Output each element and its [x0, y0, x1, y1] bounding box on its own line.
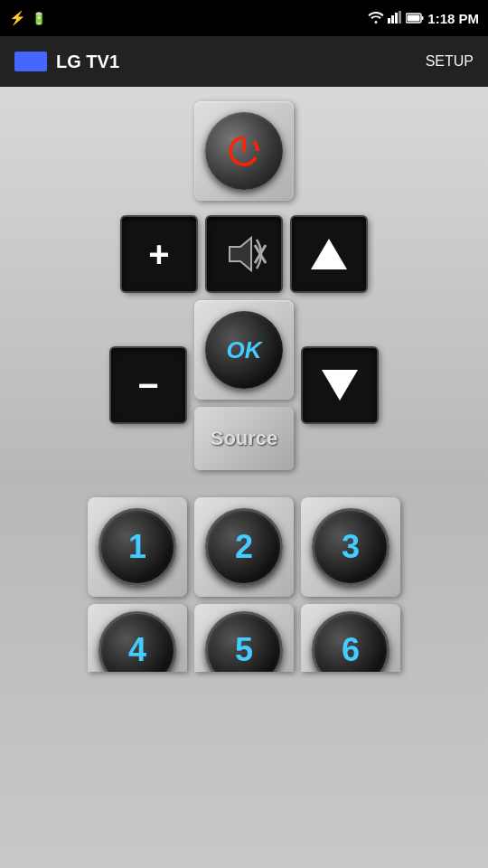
number-4-circle: 4 [99, 611, 176, 672]
setup-button[interactable]: SETUP [426, 53, 474, 70]
source-label: Source [211, 427, 278, 450]
number-2-button[interactable]: 2 [194, 497, 294, 597]
number-3-label: 3 [342, 528, 360, 566]
number-row-2: 4 5 6 [88, 604, 400, 672]
remote-body: + [0, 87, 488, 868]
number-5-label: 5 [235, 631, 253, 669]
number-5-circle: 5 [205, 611, 283, 672]
control-section: + [109, 215, 379, 470]
mute-inner [205, 215, 283, 293]
svg-rect-6 [422, 16, 424, 20]
signal-icon [388, 11, 402, 26]
number-2-label: 2 [235, 528, 253, 566]
status-icons-left: ⚡ 🔋 [9, 10, 46, 26]
number-6-button[interactable]: 6 [301, 604, 400, 672]
channel-up-button[interactable] [290, 215, 368, 293]
number-1-button[interactable]: 1 [88, 497, 187, 597]
ok-circle: OK [205, 311, 283, 389]
number-row-1: 1 2 3 [88, 497, 400, 597]
plus-icon: + [148, 236, 169, 272]
top-bar-left: LG TV1 [14, 52, 119, 72]
channel-down-inner [301, 346, 379, 424]
svg-rect-5 [408, 14, 420, 21]
status-bar: ⚡ 🔋 1:18 PM [0, 0, 488, 36]
minus-icon: − [137, 367, 158, 403]
control-row-2: − OK Source [109, 300, 379, 470]
time-display: 1:18 PM [427, 11, 479, 26]
svg-rect-3 [399, 11, 401, 24]
number-4-label: 4 [128, 631, 146, 669]
number-1-circle: 1 [99, 508, 176, 586]
volume-down-button[interactable]: − [109, 346, 187, 424]
usb-icon: ⚡ [9, 10, 26, 26]
svg-rect-1 [391, 15, 394, 24]
number-1-label: 1 [128, 528, 146, 566]
wifi-icon [368, 11, 384, 26]
svg-marker-9 [230, 238, 251, 270]
source-button[interactable]: Source [194, 407, 294, 470]
ok-button[interactable]: OK [194, 300, 294, 400]
power-button-wrap[interactable] [194, 101, 294, 201]
top-bar: LG TV1 SETUP [0, 36, 488, 87]
channel-up-inner [290, 215, 368, 293]
number-5-button[interactable]: 5 [194, 604, 294, 672]
svg-rect-2 [395, 13, 398, 24]
channel-down-button[interactable] [301, 346, 379, 424]
center-column: OK Source [194, 300, 294, 470]
app-title: LG TV1 [56, 52, 119, 72]
power-row [194, 101, 294, 201]
arrow-down-icon [322, 370, 358, 401]
volume-down-inner: − [109, 346, 187, 424]
number-2-circle: 2 [205, 508, 283, 586]
svg-rect-0 [388, 18, 390, 24]
number-3-circle: 3 [312, 508, 389, 586]
status-right: 1:18 PM [368, 11, 479, 26]
arrow-up-icon [311, 239, 347, 269]
number-6-label: 6 [342, 631, 360, 669]
number-4-button[interactable]: 4 [88, 604, 187, 672]
volume-up-inner: + [120, 215, 198, 293]
battery-icon [406, 11, 424, 26]
power-button[interactable] [205, 112, 283, 190]
number-6-circle: 6 [312, 611, 389, 672]
power-icon [224, 131, 264, 171]
tv-color-indicator [14, 52, 47, 71]
control-row-1: + [120, 215, 368, 293]
battery-full-icon: 🔋 [32, 12, 46, 25]
volume-up-button[interactable]: + [120, 215, 198, 293]
ok-label: OK [227, 336, 262, 364]
number-3-button[interactable]: 3 [301, 497, 400, 597]
mute-button[interactable] [205, 215, 283, 293]
